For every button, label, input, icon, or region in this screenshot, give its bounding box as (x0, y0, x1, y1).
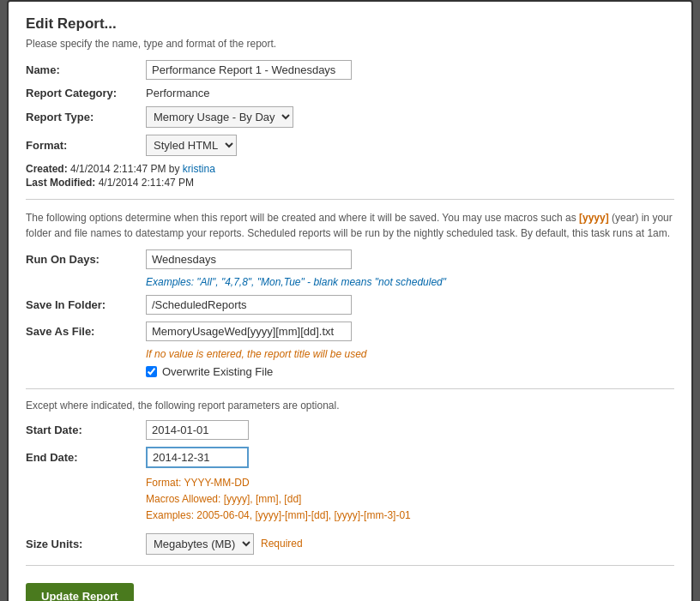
start-date-label: Start Date: (26, 424, 146, 436)
overwrite-checkbox[interactable] (146, 366, 157, 377)
created-label: Created: (26, 163, 68, 175)
run-on-days-label: Run On Days: (26, 253, 146, 266)
date-format-hint: Format: YYYY-MM-DD (146, 475, 674, 491)
start-date-input[interactable] (146, 420, 249, 440)
overwrite-row: Overwrite Existing File (146, 365, 674, 378)
overwrite-label: Overwrite Existing File (162, 365, 273, 378)
parameters-section-desc: Except where indicated, the following re… (26, 400, 674, 412)
run-on-days-hint: Examples: "All", "4,7,8", "Mon,Tue" - bl… (146, 276, 674, 288)
update-report-button[interactable]: Update Report (26, 583, 134, 601)
name-row: Name: (26, 60, 674, 80)
last-modified-value: 4/1/2014 2:11:47 PM (99, 177, 194, 189)
run-on-days-row: Run On Days: (26, 249, 674, 269)
report-type-row: Report Type: Memory Usage - By Day CPU U… (26, 106, 674, 128)
save-in-folder-row: Save In Folder: (26, 295, 674, 315)
size-units-required: Required (261, 538, 303, 550)
page-title: Edit Report... (26, 15, 674, 33)
created-by-label: by (169, 163, 183, 175)
report-category-value: Performance (146, 87, 209, 99)
start-date-row: Start Date: (26, 420, 674, 440)
divider-1 (26, 199, 674, 200)
size-units-label: Size Units: (26, 538, 146, 550)
end-date-row: End Date: (26, 447, 674, 468)
end-date-label: End Date: (26, 451, 146, 464)
divider-2 (26, 388, 674, 389)
report-category-row: Report Category: Performance (26, 87, 674, 99)
created-by-link[interactable]: kristina (183, 163, 215, 175)
format-label: Format: (26, 139, 146, 152)
size-units-select[interactable]: Megabytes (MB) Gigabytes (GB) Kilobytes … (146, 533, 254, 555)
end-date-input[interactable] (146, 447, 249, 468)
last-modified-label: Last Modified: (26, 177, 95, 189)
save-as-file-input[interactable] (146, 322, 352, 341)
report-category-label: Report Category: (26, 87, 146, 99)
report-type-label: Report Type: (26, 111, 146, 123)
macro-example: [yyyy] (579, 212, 609, 224)
save-in-folder-input[interactable] (146, 295, 352, 315)
format-select[interactable]: Styled HTML Plain HTML CSV XML (146, 135, 237, 156)
created-value: 4/1/2014 2:11:47 PM (70, 163, 166, 175)
edit-report-window: Edit Report... Please specify the name, … (7, 0, 693, 601)
examples-hint: Examples: 2005-06-04, [yyyy]-[mm]-[dd], … (146, 508, 674, 524)
save-as-file-hint: If no value is entered, the report title… (146, 348, 674, 360)
page-subtitle: Please specify the name, type and format… (26, 38, 674, 50)
name-label: Name: (26, 63, 146, 76)
date-format-hints: Format: YYYY-MM-DD Macros Allowed: [yyyy… (146, 475, 674, 525)
created-row: Created: 4/1/2014 2:11:47 PM by kristina (26, 163, 674, 175)
schedule-section-desc: The following options determine when thi… (26, 210, 674, 241)
last-modified-row: Last Modified: 4/1/2014 2:11:47 PM (26, 177, 674, 189)
report-type-select[interactable]: Memory Usage - By Day CPU Usage - By Day… (146, 106, 293, 128)
size-units-row: Size Units: Megabytes (MB) Gigabytes (GB… (26, 533, 674, 555)
macros-allowed-hint: Macros Allowed: [yyyy], [mm], [dd] (146, 491, 674, 508)
save-as-file-label: Save As File: (26, 325, 146, 338)
name-input[interactable] (146, 60, 352, 80)
save-in-folder-label: Save In Folder: (26, 298, 146, 311)
divider-3 (26, 565, 674, 566)
format-row: Format: Styled HTML Plain HTML CSV XML (26, 135, 674, 156)
save-as-file-row: Save As File: (26, 322, 674, 341)
run-on-days-input[interactable] (146, 249, 352, 269)
